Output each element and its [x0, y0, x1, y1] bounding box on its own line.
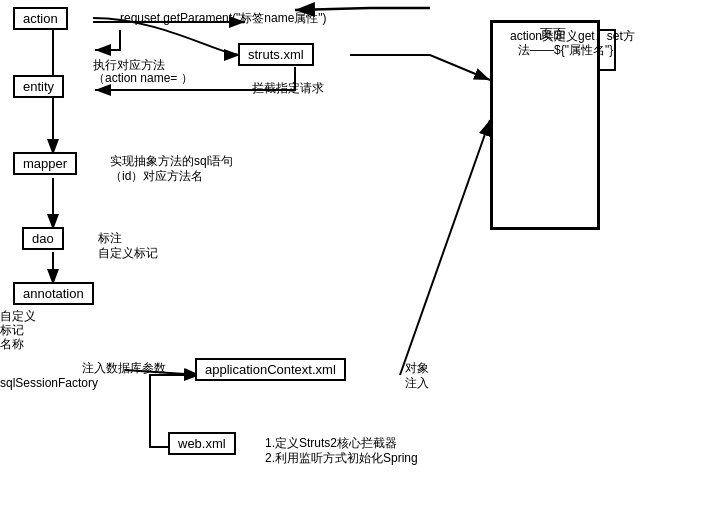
applicationcontext-label: applicationContext.xml — [205, 362, 336, 377]
annotation-label: annotation — [23, 286, 84, 301]
lbl-name: 名称 — [0, 336, 24, 353]
lbl-inject: 注入 — [405, 375, 429, 392]
lbl-id-method: （id）对应方法名 — [110, 168, 203, 185]
mapper-label: mapper — [23, 156, 67, 171]
lbl-intercept: 拦截指定请求 — [252, 80, 324, 97]
web-xml-box: web.xml — [168, 432, 236, 455]
lbl-spring-init: 2.利用监听方式初始化Spring — [265, 450, 418, 467]
mapper-box: mapper — [13, 152, 77, 175]
dao-box: dao — [22, 227, 64, 250]
entity-box: entity — [13, 75, 64, 98]
action-box: action — [13, 7, 68, 30]
lbl-requset: requset.getParament("标签name属性") — [120, 10, 327, 27]
entity-label: entity — [23, 79, 54, 94]
annotation-box: annotation — [13, 282, 94, 305]
lbl-action-name: （action name= ） — [93, 70, 193, 87]
lbl-custom-mark: 自定义标记 — [98, 245, 158, 262]
struts-xml-label: struts.xml — [248, 47, 304, 62]
lbl-sql-session: sqlSessionFactory — [0, 376, 98, 390]
action-label: action — [23, 11, 58, 26]
dao-label: dao — [32, 231, 54, 246]
applicationcontext-box: applicationContext.xml — [195, 358, 346, 381]
web-xml-label: web.xml — [178, 436, 226, 451]
lbl-action-attr: 法——${"属性名"} — [518, 42, 613, 59]
lbl-inject-db: 注入数据库参数 — [82, 360, 166, 377]
struts-xml-box: struts.xml — [238, 43, 314, 66]
